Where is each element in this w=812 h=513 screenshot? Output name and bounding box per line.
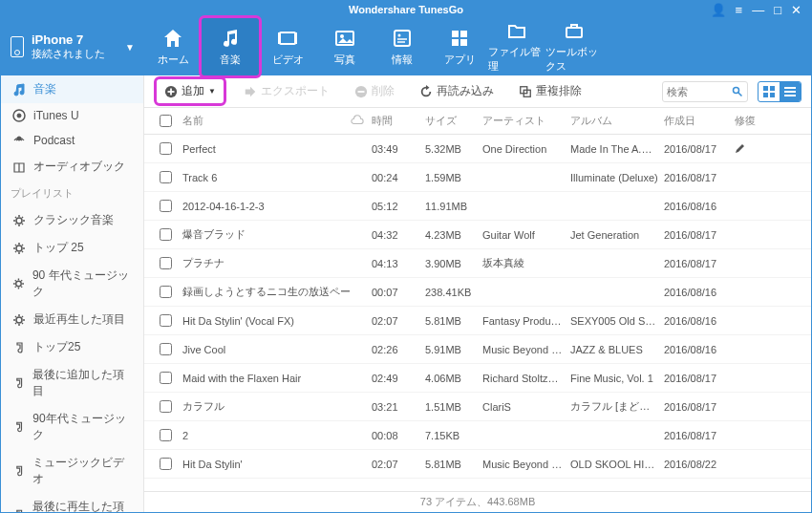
- cell-date: 2016/08/17: [664, 172, 735, 183]
- svg-rect-2: [295, 32, 297, 44]
- table-row[interactable]: プラチナ04:133.90MB坂本真綾2016/08/17: [144, 249, 811, 278]
- table-row[interactable]: 爆音ブラッド04:324.23MBGuitar WolfJet Generati…: [144, 221, 811, 249]
- nav-tab-toolbox[interactable]: ツールボックス: [545, 18, 603, 75]
- music-icon: [12, 83, 26, 96]
- cell-artist: Fantasy Producti...: [482, 315, 570, 327]
- device-selector[interactable]: iPhone 7 接続されました ▼: [1, 18, 144, 75]
- cell-size: 5.91MB: [425, 344, 482, 355]
- sidebar-item[interactable]: Podcast: [1, 128, 143, 153]
- sidebar-item[interactable]: 最後に再生した項目: [1, 493, 143, 512]
- table-row[interactable]: 200:087.15KB2016/08/17: [144, 421, 811, 450]
- col-name[interactable]: 名前: [179, 114, 351, 128]
- row-checkbox[interactable]: [160, 171, 172, 183]
- search-input[interactable]: [667, 86, 732, 97]
- table-row[interactable]: Hit Da Stylin'02:075.81MBMusic Beyond Li…: [144, 450, 811, 479]
- sidebar-item[interactable]: 音楽: [1, 75, 143, 103]
- list-view-button[interactable]: [780, 82, 801, 101]
- apps-icon: [449, 28, 470, 49]
- cell-date: 2016/08/17: [664, 229, 735, 241]
- close-button[interactable]: ✕: [791, 4, 801, 16]
- menu-icon[interactable]: ≡: [736, 4, 743, 16]
- row-checkbox[interactable]: [160, 200, 172, 212]
- nav-tab-apps[interactable]: アプリ: [431, 18, 488, 75]
- reload-button[interactable]: 再読み込み: [412, 79, 502, 103]
- delete-button[interactable]: 削除: [347, 79, 402, 103]
- row-checkbox[interactable]: [160, 142, 172, 155]
- video-icon: [277, 28, 298, 49]
- row-checkbox[interactable]: [160, 400, 172, 413]
- cell-album: Jet Generation: [570, 229, 664, 241]
- col-size[interactable]: サイズ: [425, 114, 482, 128]
- dedupe-button[interactable]: 重複排除: [511, 79, 589, 103]
- nav-tab-music[interactable]: 音楽: [202, 18, 259, 75]
- sidebar-item[interactable]: ミュージックビデオ: [1, 449, 143, 493]
- user-icon[interactable]: 👤: [711, 4, 726, 16]
- export-button[interactable]: エクスポート: [236, 79, 337, 103]
- cell-fix[interactable]: [735, 142, 763, 156]
- svg-point-4: [340, 34, 344, 38]
- row-checkbox[interactable]: [160, 286, 172, 298]
- sidebar-item[interactable]: 90 年代ミュージック: [1, 262, 143, 306]
- add-button[interactable]: 追加 ▼: [154, 76, 226, 106]
- nav-tab-video[interactable]: ビデオ: [259, 18, 316, 75]
- music-icon: [220, 28, 241, 49]
- dedupe-icon: [519, 85, 532, 98]
- grid-view-button[interactable]: [759, 82, 780, 101]
- cell-size: 238.41KB: [425, 287, 482, 298]
- device-status: 接続されました: [32, 47, 118, 61]
- row-checkbox[interactable]: [160, 314, 172, 327]
- cell-size: 1.51MB: [425, 401, 482, 413]
- row-checkbox[interactable]: [160, 429, 172, 441]
- cell-time: 02:07: [372, 315, 425, 327]
- col-date[interactable]: 作成日: [664, 114, 735, 128]
- cell-name: 2012-04-16-1-2-3: [179, 201, 351, 212]
- nav-tab-info[interactable]: 情報: [374, 18, 431, 75]
- select-all-checkbox[interactable]: [160, 115, 172, 127]
- col-artist[interactable]: アーティスト: [482, 114, 570, 128]
- col-fix[interactable]: 修復: [735, 114, 763, 128]
- row-checkbox[interactable]: [160, 257, 172, 269]
- row-checkbox[interactable]: [160, 458, 172, 470]
- row-checkbox[interactable]: [160, 372, 172, 384]
- nav-tab-photo[interactable]: 写真: [316, 18, 374, 75]
- row-checkbox[interactable]: [160, 228, 172, 241]
- col-album[interactable]: アルバム: [570, 114, 664, 128]
- sidebar-item[interactable]: クラシック音楽: [1, 206, 143, 234]
- sidebar-item[interactable]: iTunes U: [1, 103, 143, 128]
- status-bar: 73 アイテム、443.68MB: [144, 491, 811, 512]
- chevron-down-icon: ▼: [208, 87, 216, 96]
- note-icon: [12, 341, 26, 354]
- table-row[interactable]: Maid with the Flaxen Hair02:494.06MBRich…: [144, 364, 811, 393]
- cell-date: 2016/08/17: [664, 143, 735, 155]
- table-row[interactable]: Jive Cool02:265.91MBMusic Beyond Lib...J…: [144, 335, 811, 364]
- table-row[interactable]: Track 600:241.59MBIlluminate (Deluxe)201…: [144, 163, 811, 192]
- table-row[interactable]: カラフル03:211.51MBClariSカラフル [まどか☆マ...2016/…: [144, 393, 811, 421]
- svg-rect-0: [280, 32, 295, 44]
- table-row[interactable]: 2012-04-16-1-2-305:1211.91MB2016/08/16: [144, 192, 811, 221]
- sidebar-item[interactable]: 最後に追加した項目: [1, 361, 143, 405]
- table-row[interactable]: Hit Da Stylin' (Vocal FX)02:075.81MBFant…: [144, 307, 811, 335]
- cell-size: 3.90MB: [425, 258, 482, 269]
- table-row[interactable]: 録画しようとするニコ生の放送ペーシ...00:07238.41KB2016/08…: [144, 278, 811, 307]
- sidebar-item[interactable]: オーディオブック: [1, 153, 143, 181]
- pencil-icon: [735, 142, 746, 154]
- sidebar-item[interactable]: 90年代ミュージック: [1, 405, 143, 449]
- col-time[interactable]: 時間: [372, 114, 425, 128]
- note-icon: [12, 508, 25, 512]
- photo-icon: [334, 28, 355, 49]
- minimize-button[interactable]: —: [752, 4, 764, 16]
- row-checkbox[interactable]: [160, 343, 172, 355]
- sidebar-item[interactable]: トップ25: [1, 333, 143, 361]
- sidebar-item[interactable]: 最近再生した項目: [1, 306, 143, 333]
- search-box[interactable]: [662, 81, 748, 102]
- view-toggle: [758, 81, 801, 102]
- nav-tab-home[interactable]: ホーム: [144, 18, 202, 75]
- maximize-button[interactable]: □: [774, 4, 781, 16]
- cell-artist: 坂本真綾: [482, 256, 570, 270]
- cell-name: プラチナ: [179, 256, 351, 270]
- table-row[interactable]: Perfect03:495.32MBOne DirectionMade In T…: [144, 135, 811, 163]
- minus-circle-icon: [354, 85, 368, 98]
- sidebar-item[interactable]: トップ 25: [1, 234, 143, 262]
- nav-tab-files[interactable]: ファイル管理: [488, 18, 545, 75]
- cell-date: 2016/08/17: [664, 430, 735, 441]
